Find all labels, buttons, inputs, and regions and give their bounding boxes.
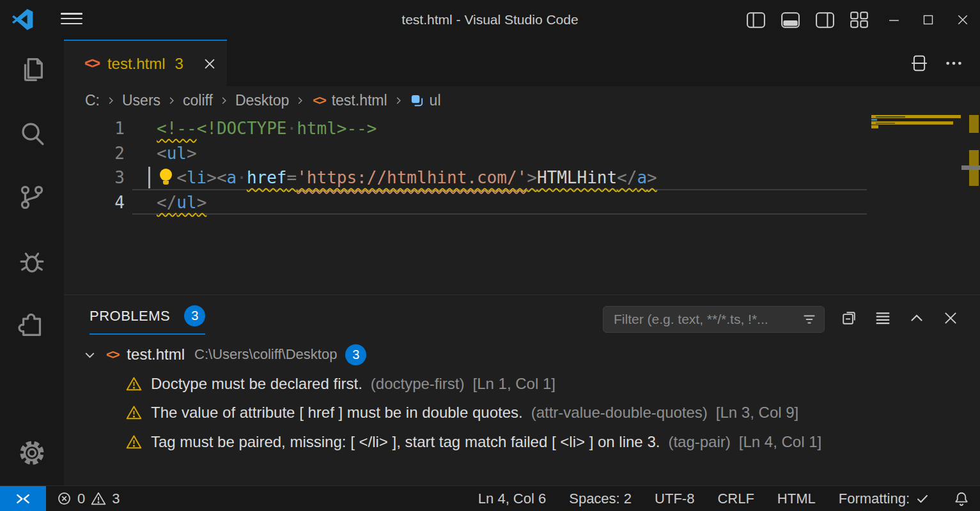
editor-region: <> test.html 3 C: Users coliff Desktop [64,40,980,485]
remote-indicator[interactable] [0,486,46,511]
problem-location: [Ln 4, Col 1] [739,433,821,451]
code-editor[interactable]: 1<!--<!DOCTYPE·html>-->2<ul>3 <li><a·hre… [64,115,980,294]
tab-problems-count: 3 [175,55,183,73]
breadcrumb: C: Users coliff Desktop <> test.html ul [64,86,980,115]
title-bar: test.html - Visual Studio Code [0,0,980,40]
breadcrumb-desktop[interactable]: Desktop [235,92,289,109]
problems-filter [603,306,825,333]
problems-filter-input[interactable] [612,311,801,328]
warning-icon [90,491,107,507]
code-line-1[interactable]: 1<!--<!DOCTYPE·html>--> [64,116,869,141]
explorer-icon[interactable] [0,55,64,84]
breadcrumb-drive[interactable]: C: [85,92,100,109]
error-icon [56,491,72,507]
eol-sequence[interactable]: CRLF [717,491,754,507]
run-debug-icon[interactable] [0,247,64,276]
code-line-3[interactable]: 3 <li><a·href='https://htmlhint.com/'>HT… [64,165,869,190]
tab-label: test.html [107,55,166,73]
chevron-right-icon [166,95,178,107]
panel-header: PROBLEMS 3 [64,295,980,340]
tab-close-icon[interactable] [203,57,217,71]
maximize-panel-icon[interactable] [908,309,926,327]
toggle-primary-sidebar-icon[interactable] [738,0,773,40]
file-problems-badge: 3 [345,344,366,365]
close-window-button[interactable] [945,0,980,40]
language-mode[interactable]: HTML [777,491,816,507]
breadcrumb-users[interactable]: Users [122,92,160,109]
warning-icon [125,376,143,392]
problem-location: [Ln 3, Col 9] [716,404,798,422]
problem-message: Tag must be paired, missing: [ </li> ], … [151,433,660,451]
chevron-right-icon [105,95,117,107]
close-panel-icon[interactable] [942,309,960,327]
line-number: 3 [64,165,125,190]
line-number: 1 [64,116,125,141]
cursor-position[interactable]: Ln 4, Col 6 [478,491,546,507]
problem-message: The value of attribute [ href ] must be … [151,404,523,422]
more-actions-icon[interactable] [944,54,963,73]
chevron-right-icon [294,95,306,107]
toggle-panel-icon[interactable] [773,0,807,40]
problem-row[interactable]: Tag must be paired, missing: [ </li> ], … [64,427,980,457]
breadcrumb-coliff[interactable]: coliff [183,92,213,109]
indentation[interactable]: Spaces: 2 [569,491,632,507]
tab-problems[interactable]: PROBLEMS 3 [89,305,205,335]
tab-test-html[interactable]: <> test.html 3 [64,40,227,86]
remote-icon [15,491,31,507]
minimap[interactable] [869,115,963,294]
breadcrumb-symbol[interactable]: ul [430,92,441,109]
warning-icon [125,434,143,450]
maximize-button[interactable] [911,0,945,40]
minimize-button[interactable] [876,0,911,40]
problem-rule: (attr-value-double-quotes) [531,404,708,422]
warning-count: 3 [112,491,120,507]
search-icon[interactable] [0,119,64,148]
tab-bar: <> test.html 3 [64,40,980,86]
activity-bar [0,40,64,485]
collapse-all-icon[interactable] [840,309,858,327]
line-number: 4 [64,190,125,215]
customize-layout-icon[interactable] [842,0,876,40]
problems-tab-label: PROBLEMS [89,308,170,324]
problems-file-path: C:\Users\coliff\Desktop [194,346,337,363]
chevron-right-icon [218,95,230,107]
formatting-status[interactable]: Formatting: [839,491,930,507]
code-lines: 1<!--<!DOCTYPE·html>-->2<ul>3 <li><a·hre… [64,116,869,215]
problems-count-badge: 3 [184,305,205,326]
toggle-secondary-sidebar-icon[interactable] [807,0,842,40]
chevron-right-icon [393,95,405,107]
check-icon [915,491,930,507]
split-editor-icon[interactable] [910,54,929,73]
html-file-icon: <> [313,93,325,108]
problem-rule: (tag-pair) [668,433,730,451]
view-as-table-icon[interactable] [874,309,892,327]
problems-list: <> test.html C:\Users\coliff\Desktop 3 D… [64,340,980,457]
problem-row[interactable]: The value of attribute [ href ] must be … [64,399,980,428]
source-control-icon[interactable] [0,183,64,212]
line-number: 2 [64,141,125,166]
settings-gear-icon[interactable] [0,438,64,468]
code-line-2[interactable]: 2<ul> [64,141,869,166]
overview-ruler[interactable] [963,115,980,294]
problems-file-row[interactable]: <> test.html C:\Users\coliff\Desktop 3 [64,340,980,369]
lightbulb-icon[interactable] [158,168,175,186]
warning-icon [125,404,143,421]
problem-location: [Ln 1, Col 1] [473,375,556,393]
problems-file-name: test.html [127,346,185,363]
chevron-down-icon[interactable] [82,347,98,363]
filter-icon[interactable] [801,311,818,328]
problems-status[interactable]: 0 3 [56,491,120,507]
problem-row[interactable]: Doctype must be declared first. (doctype… [64,369,980,399]
status-bar: 0 3 Ln 4, Col 6 Spaces: 2 UTF-8 CRLF HTM… [0,485,980,511]
formatting-label: Formatting: [839,491,910,507]
text-cursor [148,167,150,188]
html-file-icon: <> [106,347,118,362]
breadcrumb-file[interactable]: test.html [332,92,387,109]
problem-message: Doctype must be declared first. [151,375,362,393]
encoding[interactable]: UTF-8 [655,491,694,507]
extensions-icon[interactable] [0,310,64,340]
code-line-4[interactable]: 4</ul> [64,190,869,215]
problems-panel: PROBLEMS 3 [64,294,980,485]
notifications-bell-icon[interactable] [953,491,970,507]
symbol-ul-icon [410,93,424,108]
